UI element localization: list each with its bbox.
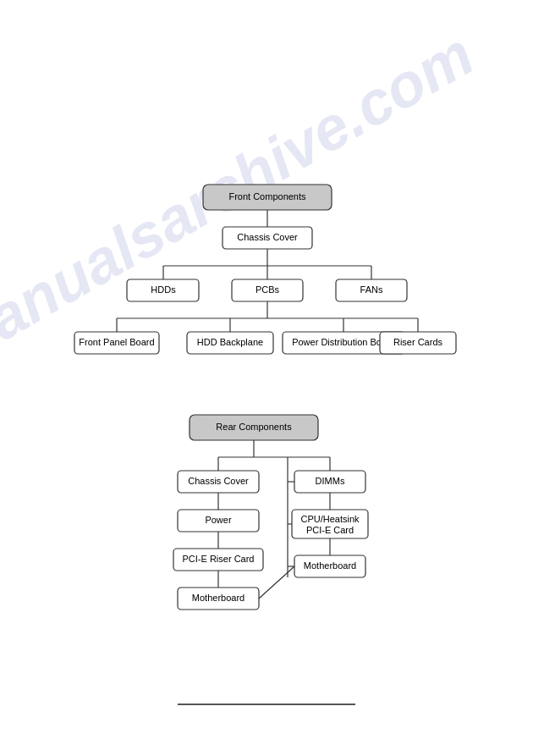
front-panel-board-label: Front Panel Board <box>79 337 154 347</box>
pcie-riser-card-label: PCI-E Riser Card <box>183 554 255 564</box>
chassis-cover-label: Chassis Cover <box>237 232 298 242</box>
diagram: Front Components Chassis Cover HDDs PCBs… <box>0 0 533 756</box>
cpu-heatsink-label-line2: PCI-E Card <box>306 525 354 535</box>
motherboard-left-label: Motherboard <box>192 593 245 603</box>
page: manualsarchive.com Front Components Chas… <box>0 0 533 756</box>
pcbs-label: PCBs <box>256 284 280 295</box>
rear-components-label: Rear Components <box>216 422 292 432</box>
power-label: Power <box>205 515 232 525</box>
riser-cards-label: Riser Cards <box>393 337 443 347</box>
hdds-label: HDDs <box>151 284 176 295</box>
cpu-heatsink-label-line1: CPU/Heatsink <box>300 514 360 524</box>
rear-chassis-cover-label: Chassis Cover <box>188 476 249 486</box>
svg-line-21 <box>259 566 294 599</box>
front-components-label: Front Components <box>228 191 306 201</box>
hdd-backplane-label: HDD Backplane <box>197 337 263 347</box>
motherboard-right-label: Motherboard <box>304 560 356 571</box>
fans-label: FANs <box>360 284 383 295</box>
dimms-label: DIMMs <box>316 476 345 486</box>
